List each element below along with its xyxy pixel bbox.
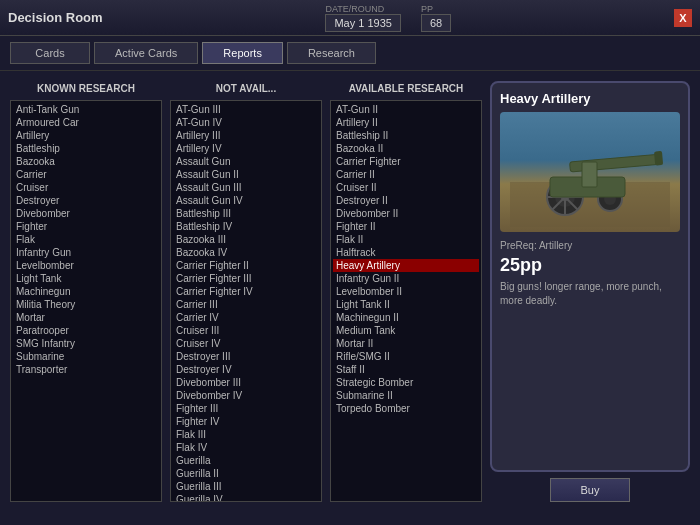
known-research-column: KNOWN RESEARCH Anti-Tank GunArmoured Car… (10, 81, 162, 502)
list-item[interactable]: Assault Gun II (173, 168, 319, 181)
list-item[interactable]: Battleship IV (173, 220, 319, 233)
list-item[interactable]: Guerilla II (173, 467, 319, 480)
title-bar: Decision Room DATE/ROUND May 1 1935 PP 6… (0, 0, 700, 36)
list-item[interactable]: AT-Gun IV (173, 116, 319, 129)
known-header: KNOWN RESEARCH (10, 81, 162, 96)
list-item[interactable]: Fighter (13, 220, 159, 233)
list-item[interactable]: Paratrooper (13, 324, 159, 337)
list-item[interactable]: Guerilla III (173, 480, 319, 493)
list-item[interactable]: Machinegun (13, 285, 159, 298)
main-content: KNOWN RESEARCH Anti-Tank GunArmoured Car… (0, 71, 700, 512)
list-item[interactable]: Carrier Fighter (333, 155, 479, 168)
list-item[interactable]: Carrier (13, 168, 159, 181)
pp-group: PP 68 (421, 4, 451, 32)
list-item[interactable]: Light Tank II (333, 298, 479, 311)
nav-tabs: Cards Active Cards Reports Research (0, 36, 700, 71)
tab-research[interactable]: Research (287, 42, 376, 64)
list-item[interactable]: Militia Theory (13, 298, 159, 311)
tab-cards[interactable]: Cards (10, 42, 90, 64)
list-item[interactable]: Strategic Bomber (333, 376, 479, 389)
list-item[interactable]: Battleship (13, 142, 159, 155)
list-item[interactable]: Artillery II (333, 116, 479, 129)
list-item[interactable]: Bazooka (13, 155, 159, 168)
list-item[interactable]: Mortar II (333, 337, 479, 350)
list-item[interactable]: Flak III (173, 428, 319, 441)
list-item[interactable]: Infantry Gun (13, 246, 159, 259)
list-item[interactable]: Carrier Fighter IV (173, 285, 319, 298)
date-value: May 1 1935 (325, 14, 400, 32)
list-item[interactable]: Cruiser (13, 181, 159, 194)
list-item[interactable]: Flak (13, 233, 159, 246)
list-item[interactable]: Torpedo Bomber (333, 402, 479, 415)
list-item[interactable]: Bazooka IV (173, 246, 319, 259)
list-item[interactable]: Carrier III (173, 298, 319, 311)
list-item[interactable]: Destroyer II (333, 194, 479, 207)
list-item[interactable]: Battleship III (173, 207, 319, 220)
list-item[interactable]: Medium Tank (333, 324, 479, 337)
list-item[interactable]: Carrier Fighter III (173, 272, 319, 285)
list-item[interactable]: Flak IV (173, 441, 319, 454)
list-item[interactable]: Carrier IV (173, 311, 319, 324)
pp-label: PP (421, 4, 451, 14)
list-item[interactable]: Cruiser IV (173, 337, 319, 350)
list-item[interactable]: Guerilla IV (173, 493, 319, 502)
list-item[interactable]: Divebomber II (333, 207, 479, 220)
list-item[interactable]: Levelbomber II (333, 285, 479, 298)
list-item[interactable]: Bazooka III (173, 233, 319, 246)
list-item[interactable]: Destroyer IV (173, 363, 319, 376)
known-list[interactable]: Anti-Tank GunArmoured CarArtilleryBattle… (10, 100, 162, 502)
list-item[interactable]: Bazooka II (333, 142, 479, 155)
list-item[interactable]: Staff II (333, 363, 479, 376)
list-item[interactable]: Divebomber III (173, 376, 319, 389)
list-item[interactable]: Artillery (13, 129, 159, 142)
list-item[interactable]: Assault Gun IV (173, 194, 319, 207)
not-avail-column: NOT AVAIL... AT-Gun IIIAT-Gun IVArtiller… (170, 81, 322, 502)
list-item[interactable]: Fighter II (333, 220, 479, 233)
list-item[interactable]: Machinegun II (333, 311, 479, 324)
available-list[interactable]: AT-Gun IIArtillery IIBattleship IIBazook… (330, 100, 482, 502)
list-item[interactable]: Divebomber IV (173, 389, 319, 402)
list-item[interactable]: Transporter (13, 363, 159, 376)
list-item[interactable]: Anti-Tank Gun (13, 103, 159, 116)
list-item[interactable]: Destroyer (13, 194, 159, 207)
list-item[interactable]: Fighter IV (173, 415, 319, 428)
tab-reports[interactable]: Reports (202, 42, 283, 64)
list-item[interactable]: Halftrack (333, 246, 479, 259)
svg-rect-12 (654, 151, 663, 166)
list-item[interactable]: Battleship II (333, 129, 479, 142)
list-item[interactable]: Infantry Gun II (333, 272, 479, 285)
list-item[interactable]: Carrier Fighter II (173, 259, 319, 272)
list-item[interactable]: Submarine II (333, 389, 479, 402)
not-avail-list[interactable]: AT-Gun IIIAT-Gun IVArtillery IIIArtiller… (170, 100, 322, 502)
list-item[interactable]: Destroyer III (173, 350, 319, 363)
list-item[interactable]: Light Tank (13, 272, 159, 285)
list-item[interactable]: Artillery IV (173, 142, 319, 155)
list-item[interactable]: AT-Gun II (333, 103, 479, 116)
list-item[interactable]: Assault Gun III (173, 181, 319, 194)
list-item[interactable]: Guerilla (173, 454, 319, 467)
list-item[interactable]: Cruiser II (333, 181, 479, 194)
list-item[interactable]: Heavy Artillery (333, 259, 479, 272)
list-item[interactable]: Divebomber (13, 207, 159, 220)
list-item[interactable]: Flak II (333, 233, 479, 246)
list-item[interactable]: Levelbomber (13, 259, 159, 272)
list-item[interactable]: Artillery III (173, 129, 319, 142)
list-item[interactable]: Carrier II (333, 168, 479, 181)
list-item[interactable]: Fighter III (173, 402, 319, 415)
list-item[interactable]: Rifle/SMG II (333, 350, 479, 363)
list-item[interactable]: Submarine (13, 350, 159, 363)
card-cost: 25pp (500, 255, 680, 276)
list-item[interactable]: Mortar (13, 311, 159, 324)
buy-button[interactable]: Buy (550, 478, 630, 502)
tab-active-cards[interactable]: Active Cards (94, 42, 198, 64)
card-prereq: PreReq: Artillery (500, 240, 680, 251)
card-title: Heavy Artillery (500, 91, 680, 106)
list-item[interactable]: Armoured Car (13, 116, 159, 129)
list-item[interactable]: Assault Gun (173, 155, 319, 168)
artillery-illustration (510, 117, 670, 227)
close-button[interactable]: X (674, 9, 692, 27)
list-item[interactable]: Cruiser III (173, 324, 319, 337)
list-item[interactable]: AT-Gun III (173, 103, 319, 116)
list-item[interactable]: SMG Infantry (13, 337, 159, 350)
available-header: AVAILABLE RESEARCH (330, 81, 482, 96)
